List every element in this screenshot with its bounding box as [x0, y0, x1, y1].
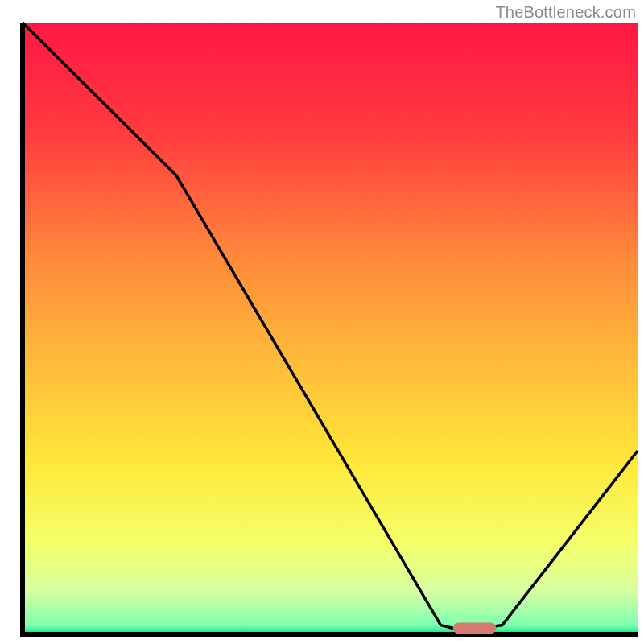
bottleneck-chart — [0, 0, 644, 644]
optimal-marker — [453, 622, 496, 634]
